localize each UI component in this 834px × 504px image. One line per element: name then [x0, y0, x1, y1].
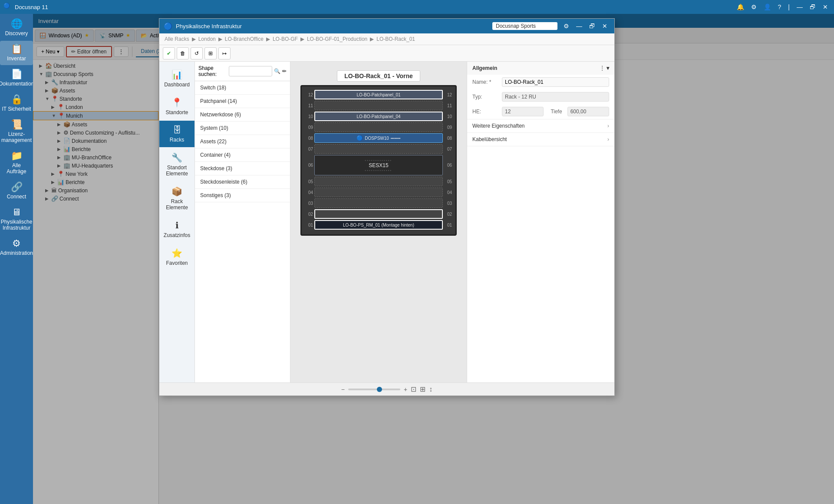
shape-item-system[interactable]: System (10)	[195, 122, 290, 135]
shape-item-switch[interactable]: Switch (18)	[195, 81, 290, 95]
modal-nav-favoriten[interactable]: ⭐ Favoriten	[159, 244, 194, 270]
rack-unit-empty-02[interactable]	[314, 209, 443, 219]
zoom-slider[interactable]	[348, 389, 400, 390]
rack-row-07: 07 07	[305, 144, 452, 154]
rack-row-11: 11 11	[305, 101, 452, 110]
shape-edit-icon[interactable]: ✏	[282, 68, 287, 74]
modal-nav-standorte[interactable]: 📍 Standorte	[159, 93, 194, 120]
auftraege-icon: 📁	[11, 151, 23, 161]
rack-row-06: 06 ▪▪▪▪▪▪▪▪▪▪▪▪▪ SESX15 ▪▪▪▪▪▪▪▪▪▪▪▪▪ 06	[305, 155, 452, 175]
rack-unit-server[interactable]: ▪▪▪▪▪▪▪▪▪▪▪▪▪ SESX15 ▪▪▪▪▪▪▪▪▪▪▪▪▪	[314, 155, 443, 175]
rack-unit-switch[interactable]: 🔵 DOSPSW10 ▪▪▪▪▪▪▪▪	[314, 133, 443, 143]
sidebar-item-lizenz[interactable]: 📜 Lizenz-management	[0, 116, 33, 147]
favoriten-icon: ⭐	[171, 248, 182, 258]
shape-item-assets[interactable]: Assets (22)	[195, 135, 290, 148]
sidebar-item-connect[interactable]: 🔗 Connect	[0, 179, 33, 203]
server-dots-top: ▪▪▪▪▪▪▪▪▪▪▪▪▪	[365, 158, 392, 162]
rack-unit-empty-11[interactable]	[314, 101, 443, 110]
help-icon[interactable]: ?	[775, 3, 784, 10]
separator: |	[785, 3, 792, 10]
user-icon[interactable]: 👤	[761, 3, 774, 10]
rack-unit-patchpanel-01[interactable]: LO-BO-Patchpanel_01	[314, 90, 443, 99]
rack-num-05-r: 05	[444, 179, 452, 184]
rack-num-12: 12	[305, 92, 313, 97]
sidebar-item-discovery[interactable]: 🌐 Discovery	[0, 16, 33, 40]
sidebar-item-physikalisch[interactable]: 🖥 Physikalische Infrastruktur	[0, 204, 33, 234]
rack-unit-empty-03[interactable]	[314, 198, 443, 208]
rack-num-07: 07	[305, 147, 313, 152]
zusatzinfos-icon: ℹ	[175, 220, 179, 231]
window-controls: 🔔 ⚙ 👤 ? | — 🗗 ✕	[734, 3, 831, 10]
rack-row-02: 02 02	[305, 209, 452, 219]
connect-icon: 🔗	[11, 182, 23, 192]
shape-item-steckdosenleiste[interactable]: Steckdosenleiste (6)	[195, 175, 290, 189]
sidebar-item-inventar[interactable]: 📋 Inventar	[0, 41, 33, 65]
zoom-fit-icon[interactable]: ⊡	[411, 385, 416, 393]
shape-search-input[interactable]	[229, 66, 272, 76]
shape-item-sonstiges[interactable]: Sonstiges (3)	[195, 189, 290, 202]
allgemein-more-icon[interactable]: ⋮	[600, 65, 605, 71]
rack-num-02: 02	[305, 212, 313, 217]
shape-search-icon[interactable]: 🔍	[274, 68, 280, 74]
shape-item-container[interactable]: Container (4)	[195, 148, 290, 162]
prop-name-input[interactable]	[502, 77, 609, 87]
zoom-original-icon[interactable]: ⊞	[420, 385, 425, 393]
rack-num-01: 01	[305, 223, 313, 227]
rack-row-01: 01 LO-BO-PS_RM_01 (Montage hinten) 01	[305, 220, 452, 230]
modal-nav-dashboard-label: Dashboard	[164, 82, 190, 88]
weitere-eigenschaften-label: Weitere Eigenschaften	[472, 123, 525, 129]
sidebar-item-it-sicherheit[interactable]: 🔒 IT Sicherheit	[0, 91, 33, 115]
prop-he-input	[502, 107, 544, 116]
prop-name-label: Name: *	[472, 79, 498, 85]
allgemein-expand-icon[interactable]: ▾	[607, 65, 609, 71]
sidebar-item-administration[interactable]: ⚙ Administration	[0, 235, 33, 260]
rack-unit-empty-04[interactable]	[314, 188, 443, 197]
sidebar-item-auftraege[interactable]: 📁 Alle Aufträge	[0, 148, 33, 178]
rack-row-12: 12 LO-BO-Patchpanel_01 12	[305, 90, 452, 99]
rack-container: LO-BO-Rack_01 - Vorne 12 LO-BO-Patchpane…	[300, 70, 457, 236]
prop-section-allgemein-header[interactable]: Allgemein ⋮ ▾	[467, 62, 614, 75]
rack-unit-empty-05[interactable]	[314, 177, 443, 186]
settings-icon[interactable]: ⚙	[748, 3, 759, 10]
kabeluebersicht-label: Kabelübersicht	[472, 136, 507, 142]
rack-row-05: 05 05	[305, 177, 452, 186]
shape-item-netzwerkdose[interactable]: Netzwerkdose (6)	[195, 108, 290, 122]
zoom-minus-icon[interactable]: −	[341, 386, 345, 393]
shape-item-steckdose[interactable]: Steckdose (3)	[195, 162, 290, 175]
rack-unit-power[interactable]: LO-BO-PS_RM_01 (Montage hinten)	[314, 220, 443, 230]
app-title: Docusnap 11	[15, 4, 734, 10]
physikalisch-icon: 🖥	[12, 208, 21, 217]
rack-row-10: 10 LO-BO-Patchpanel_04 10	[305, 112, 452, 121]
rack-elemente-icon: 📦	[171, 186, 182, 197]
rack-unit-patchpanel-04[interactable]: LO-BO-Patchpanel_04	[314, 112, 443, 121]
modal-nav-standort-elemente[interactable]: 🔧 Standort Elemente	[159, 148, 194, 181]
close-button[interactable]: ✕	[820, 3, 831, 10]
maximize-button[interactable]: 🗗	[807, 3, 818, 10]
rack-unit-empty-09[interactable]	[314, 122, 443, 132]
modal-nav-rack-elemente-label: Rack Elemente	[162, 198, 192, 211]
zoom-scroll-icon[interactable]: ↕	[429, 385, 432, 393]
prop-kabeluebersicht[interactable]: Kabelübersicht ›	[467, 133, 614, 146]
prop-weitere-eigenschaften[interactable]: Weitere Eigenschaften ›	[467, 119, 614, 133]
prop-tiefe-label: Tiefe	[551, 109, 562, 115]
notify-icon[interactable]: 🔔	[734, 3, 747, 10]
rack-num-01-r: 01	[444, 223, 452, 227]
prop-he-label: HE:	[472, 109, 498, 115]
modal-nav-dashboard[interactable]: 📊 Dashboard	[159, 65, 194, 92]
prop-typ-label: Typ:	[472, 94, 498, 100]
rack-num-09-r: 09	[444, 125, 452, 130]
sidebar-label-discovery: Discovery	[5, 30, 28, 36]
sidebar-item-dokumentation[interactable]: 📄 Dokumentation	[0, 66, 33, 90]
rack-unit-empty-07[interactable]	[314, 144, 443, 154]
prop-tiefe-input	[567, 107, 609, 116]
server-label: SESX15	[369, 162, 388, 168]
modal-nav-zusatzinfos[interactable]: ℹ Zusatzinfos	[159, 216, 194, 243]
rack-row-09: 09 09	[305, 122, 452, 132]
modal-nav-rack-elemente[interactable]: 📦 Rack Elemente	[159, 182, 194, 215]
main-area: Inventar 🪟 Windows (AD) ★ 📡 SNMP ★ 📂 Act…	[33, 14, 834, 504]
minimize-button[interactable]: —	[794, 3, 805, 10]
modal-nav-racks[interactable]: 🗄 Racks	[159, 121, 194, 147]
zoom-bar: − + ⊡ ⊞ ↕	[159, 382, 614, 395]
shape-item-patchpanel[interactable]: Patchpanel (14)	[195, 95, 290, 108]
zoom-plus-icon[interactable]: +	[404, 386, 407, 393]
